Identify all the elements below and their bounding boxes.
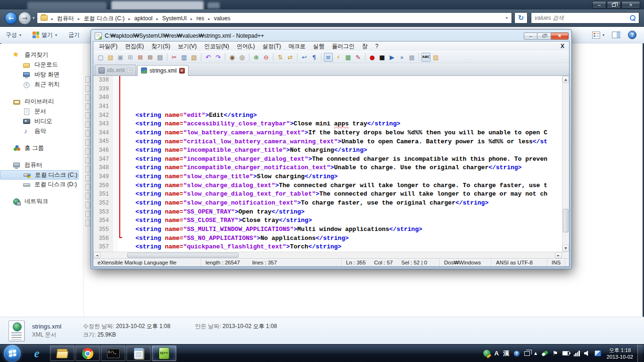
taskbar-app-internet-explorer[interactable]: e — [25, 346, 49, 361]
paste-icon[interactable]: ▧ — [190, 53, 198, 62]
find-icon[interactable]: ◉ — [228, 53, 237, 62]
code-line-341[interactable]: <string name="critical_low_battery_camer… — [118, 138, 562, 147]
sync-horizontal-icon[interactable]: ⇄ — [286, 53, 295, 62]
breadcrumb-item-0[interactable]: 컴퓨터 — [56, 15, 75, 22]
sidebar-item-recent[interactable]: 최근 위치 — [0, 80, 83, 90]
breadcrumb-item-1[interactable]: 로컬 디스크 (C:) — [83, 15, 126, 22]
help-button[interactable]: ? — [628, 31, 636, 39]
sidebar-item-download-folder[interactable]: 다운로드 — [0, 60, 83, 70]
taskbar-app-notepad[interactable] — [126, 346, 151, 361]
pill-app-icon[interactable] — [541, 350, 549, 357]
print-icon[interactable]: ▤ — [156, 53, 165, 62]
sidebar-group-computer[interactable]: 컴퓨터 — [0, 160, 83, 170]
ime-language-icon[interactable]: A — [495, 350, 499, 357]
macro-run-multiple-icon[interactable]: » — [397, 53, 406, 62]
close-icon[interactable]: × — [621, 1, 640, 8]
ime-pad-icon[interactable] — [524, 351, 530, 356]
macro-stop-icon[interactable]: ■ — [378, 53, 387, 62]
code-line-342[interactable]: <string name="incompatible_charger_title… — [118, 146, 562, 155]
sidebar-item-system-drive[interactable]: 로컬 디스크 (C:) — [0, 170, 79, 180]
macro-save-icon[interactable]: ▩ — [407, 53, 416, 62]
show-all-characters-icon[interactable]: ¶ — [310, 53, 319, 62]
redo-icon[interactable]: ↷ — [214, 53, 223, 62]
document-map-icon[interactable]: ▦ — [344, 53, 353, 62]
sidebar-item-documents[interactable]: 문서 — [0, 107, 83, 116]
hidden-icons-chevron[interactable]: ▲ — [534, 351, 537, 355]
replace-icon[interactable]: ◎ — [238, 53, 247, 62]
search-box[interactable] — [531, 12, 639, 24]
notepadpp-title-bar[interactable]: C:₩apktool₩SystemUI₩res₩values₩strings.x… — [93, 30, 570, 41]
macro-play-icon[interactable]: ▶ — [388, 53, 396, 62]
menu-item-0[interactable]: 파일(F) — [95, 42, 121, 51]
code-line-338[interactable]: <string name="edit">Edit</string> — [118, 111, 562, 120]
restore-icon[interactable] — [537, 33, 551, 40]
function-list-icon[interactable]: ⚡ — [334, 53, 343, 62]
code-area[interactable]: <string name="edit">Edit</string> <strin… — [118, 76, 562, 252]
search-icon[interactable] — [630, 15, 636, 21]
save-icon[interactable]: ▣ — [116, 53, 125, 62]
organize-button[interactable]: 구성▾ — [6, 31, 21, 39]
menu-item-9[interactable]: 플러그인 — [328, 42, 358, 51]
save-all-icon[interactable]: ⊞ — [126, 53, 135, 62]
sidebar-item-drive[interactable]: 로컬 디스크 (D:) — [0, 180, 83, 189]
sidebar-item-videos[interactable]: 비디오 — [0, 116, 83, 126]
tab-close-icon[interactable]: × — [179, 68, 185, 74]
menu-item-1[interactable]: 편집(E) — [121, 42, 148, 51]
scroll-down-icon[interactable]: ▼ — [562, 245, 569, 252]
back-button[interactable]: ← — [5, 12, 17, 25]
breadcrumb-item-3[interactable]: SystemUI — [161, 15, 188, 22]
menu-item-10[interactable]: 창 — [358, 42, 372, 51]
ime-hanja-icon[interactable]: 漢 — [503, 349, 509, 358]
code-line-349[interactable]: <string name="SS_OPEN_TRAY">Open tray</s… — [118, 208, 562, 217]
power-icon[interactable] — [562, 351, 570, 355]
word-wrap-icon[interactable]: ↩ — [300, 53, 309, 62]
open-button[interactable]: 열기▾ — [33, 31, 57, 39]
scroll-right-icon[interactable]: ► — [555, 252, 562, 258]
forward-button[interactable]: → — [18, 12, 31, 25]
taskbar-app-windows-explorer[interactable] — [50, 346, 74, 361]
close-icon[interactable]: × — [551, 33, 569, 40]
code-line-350[interactable]: <string name="SS_CLOSE_TRAY">Close tray<… — [118, 216, 562, 225]
sidebar-group-network[interactable]: 네트워크 — [0, 197, 83, 206]
minimize-icon[interactable]: – — [592, 1, 606, 8]
undo-icon[interactable]: ↶ — [204, 53, 213, 62]
tab-ids.xml[interactable]: ids.xml× — [95, 65, 136, 75]
code-line-348[interactable]: <string name="slow_charge_notification_t… — [118, 199, 562, 208]
scroll-up-icon[interactable]: ▲ — [562, 76, 569, 83]
menu-item-4[interactable]: 인코딩(N) — [200, 42, 233, 51]
macro-record-icon[interactable]: ● — [368, 53, 377, 62]
explorer-plugin-icon[interactable]: ▨ — [431, 53, 440, 62]
indent-guide-icon[interactable]: ≡ — [324, 53, 333, 62]
spell-check-icon[interactable]: ABC — [421, 53, 430, 62]
search-input[interactable] — [535, 15, 630, 21]
cut-icon[interactable]: ✂ — [170, 53, 179, 62]
new-file-icon[interactable]: ▢ — [96, 53, 105, 62]
menu-item-2[interactable]: 찾기(S) — [148, 42, 174, 51]
zoom-out-icon[interactable]: ⊖ — [262, 53, 271, 62]
vertical-scroll-thumb[interactable] — [563, 209, 569, 232]
code-line-352[interactable]: <string name="SS_NO_APPLICATIONS">No app… — [118, 234, 562, 243]
horizontal-scrollbar[interactable]: ◄ ► — [93, 252, 569, 258]
open-file-icon[interactable]: ▨ — [106, 53, 115, 62]
ime-tools-icon[interactable] — [483, 350, 490, 357]
menu-item-6[interactable]: 설정(T) — [259, 42, 285, 51]
taskbar-app-command-prompt[interactable]: C:\_ — [101, 346, 125, 361]
network-icon[interactable] — [574, 351, 580, 356]
code-line-339[interactable]: <string name="accessibility_close_trayba… — [118, 120, 562, 129]
close-all-icon[interactable]: ⊠ — [146, 53, 155, 62]
sidebar-item-music[interactable]: 음악 — [0, 126, 83, 136]
burn-button[interactable]: 굽기 — [68, 31, 80, 39]
breadcrumb-item-4[interactable]: res — [196, 15, 206, 22]
restore-icon[interactable] — [607, 1, 621, 8]
code-line-347[interactable]: <string name="slow_charge_dialog_text_fo… — [118, 190, 562, 199]
tab-close-icon[interactable]: × — [127, 67, 132, 73]
menu-item-7[interactable]: 매크로 — [285, 42, 309, 51]
menu-item-5[interactable]: 언어(L) — [233, 42, 259, 51]
preview-pane-button[interactable] — [612, 32, 620, 38]
show-desktop-button[interactable] — [637, 345, 643, 362]
scroll-left-icon[interactable]: ◄ — [93, 252, 100, 258]
code-line-353[interactable]: <string name="quickpanel_flashlight_text… — [118, 243, 562, 252]
ime-help-icon[interactable]: ? — [513, 350, 520, 357]
code-line-344[interactable]: <string name="incompatible_charger_notif… — [118, 164, 562, 173]
close-document-icon[interactable]: X — [561, 43, 564, 49]
